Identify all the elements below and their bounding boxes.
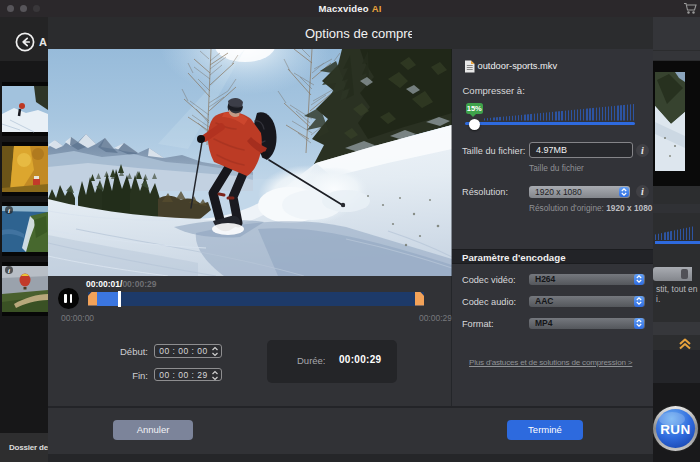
svg-text:i: i <box>8 207 10 215</box>
svg-text:i: i <box>8 267 10 275</box>
svg-text:RUN: RUN <box>660 422 691 437</box>
